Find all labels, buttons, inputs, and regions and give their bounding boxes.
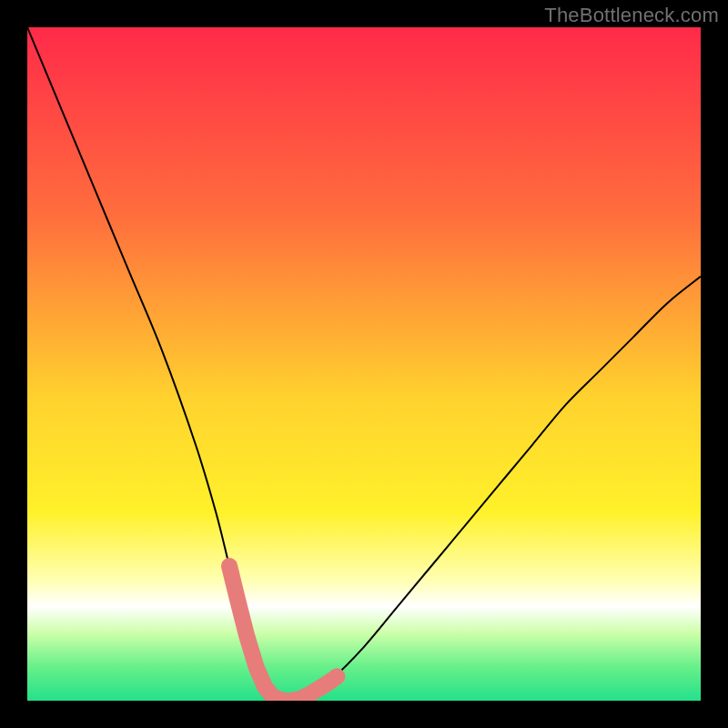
bottleneck-curve bbox=[27, 27, 701, 701]
outer-frame: TheBottleneck.com bbox=[0, 0, 728, 728]
optimal-range-line bbox=[229, 566, 337, 701]
watermark-text: TheBottleneck.com bbox=[544, 4, 719, 27]
plot-area bbox=[27, 27, 701, 701]
chart-svg bbox=[27, 27, 701, 701]
optimal-range-markers bbox=[229, 566, 337, 701]
